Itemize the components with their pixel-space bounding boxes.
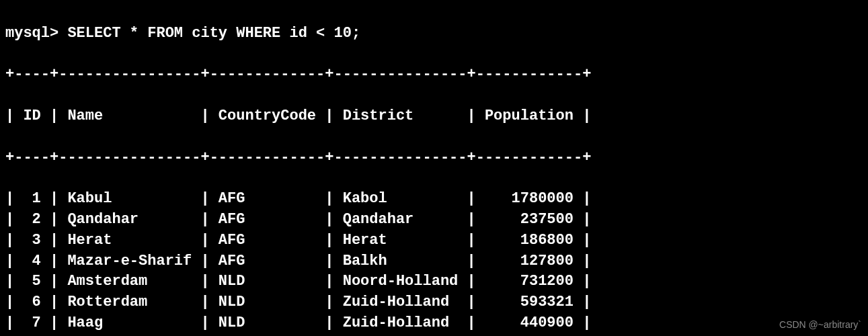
table-row: | 7 | Haag | NLD | Zuid-Holland | 440900… bbox=[5, 313, 863, 334]
watermark: CSDN @~arbitrary` bbox=[779, 319, 861, 332]
mysql-terminal: mysql> SELECT * FROM city WHERE id < 10;… bbox=[0, 0, 868, 336]
table-body: | 1 | Kabul | AFG | Kabol | 1780000 || 2… bbox=[5, 189, 863, 336]
table-border-mid: +----+----------------+-------------+---… bbox=[5, 148, 863, 169]
table-header-row: | ID | Name | CountryCode | District | P… bbox=[5, 106, 863, 127]
query-line: mysql> SELECT * FROM city WHERE id < 10; bbox=[5, 24, 863, 44]
table-border-top: +----+----------------+-------------+---… bbox=[5, 65, 863, 85]
mysql-prompt: mysql> bbox=[5, 25, 58, 42]
table-row: | 5 | Amsterdam | NLD | Noord-Holland | … bbox=[5, 271, 863, 292]
table-row: | 4 | Mazar-e-Sharif | AFG | Balkh | 127… bbox=[5, 251, 863, 272]
table-row: | 3 | Herat | AFG | Herat | 186800 | bbox=[5, 230, 863, 251]
sql-query: SELECT * FROM city WHERE id < 10; bbox=[67, 25, 360, 42]
table-row: | 2 | Qandahar | AFG | Qandahar | 237500… bbox=[5, 210, 863, 230]
table-row: | 1 | Kabul | AFG | Kabol | 1780000 | bbox=[5, 189, 863, 210]
table-row: | 6 | Rotterdam | NLD | Zuid-Holland | 5… bbox=[5, 292, 863, 313]
